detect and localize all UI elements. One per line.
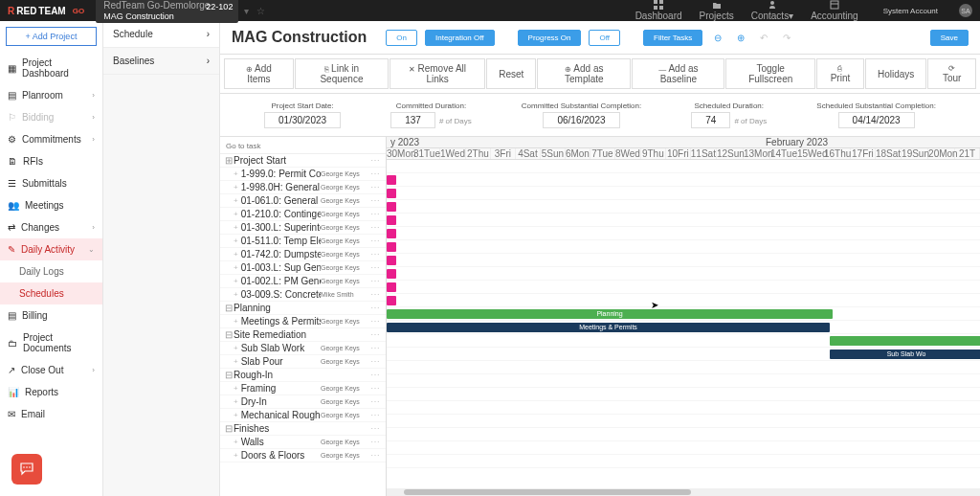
expand-icon[interactable]: ⊟ [224,423,234,434]
gantt-bar[interactable] [387,202,396,212]
more-icon[interactable]: ⋯ [368,410,382,420]
start-date-input[interactable]: 01/30/2023 [264,112,341,128]
add-icon[interactable]: + [234,451,238,460]
task-row[interactable]: ⊞Project Start⋯ [220,154,386,168]
more-icon[interactable]: ⋯ [368,182,382,192]
tb-reset[interactable]: Reset [486,58,536,89]
undo-icon[interactable]: ↶ [756,33,771,43]
more-icon[interactable]: ⋯ [368,329,382,340]
task-row[interactable]: +Meetings & PermitsGeorge Keys⋯ [220,315,386,328]
add-icon[interactable]: + [234,317,238,326]
add-icon[interactable]: + [234,183,238,192]
nav-accounting[interactable]: Accounting [811,0,858,21]
mid-schedule[interactable]: Schedule› [103,21,219,48]
gantt-bar[interactable] [387,296,396,305]
more-icon[interactable]: ⋯ [368,249,382,259]
sidebar-item[interactable]: ⇄Changes› [0,216,102,238]
on-button[interactable]: On [386,30,417,46]
tb-add-items[interactable]: ⊕ Add Items [224,58,294,89]
task-row[interactable]: +01-511.0: Temp ElectricalGeorge Keys⋯ [220,235,386,248]
mid-baselines[interactable]: Baselines› [103,48,219,75]
more-icon[interactable]: ⋯ [368,236,382,246]
add-icon[interactable]: + [234,411,238,419]
more-icon[interactable]: ⋯ [368,289,382,300]
add-icon[interactable]: + [234,210,238,218]
more-icon[interactable]: ⋯ [368,155,382,166]
expand-icon[interactable]: ⊟ [224,329,234,340]
sidebar-item[interactable]: 🗀Project Documents [0,327,102,359]
tb-tour[interactable]: ⟳ Tour [927,58,976,89]
integration-off-button[interactable]: Integration Off [425,30,495,46]
task-row[interactable]: +01-742.0: Dumpster RentalGeorge Keys⋯ [220,248,386,261]
sidebar-item[interactable]: Schedules [0,282,102,304]
expand-icon[interactable]: ⊟ [224,303,234,313]
sidebar-item[interactable]: ☰Submittals [0,172,102,194]
task-row[interactable]: +01-002.L: PM General CostGeorge Keys⋯ [220,275,386,288]
zoom-in-icon[interactable]: ⊕ [733,33,748,43]
task-row[interactable]: ⊟Site Remediation⋯ [220,328,386,342]
sidebar-item[interactable]: 📊Reports [0,381,102,403]
gantt-bar[interactable] [387,269,396,279]
task-row[interactable]: +01-003.L: Sup General CostGeorge Keys⋯ [220,261,386,275]
gantt-bar[interactable] [387,189,396,198]
task-row[interactable]: +FramingGeorge Keys⋯ [220,382,386,395]
add-icon[interactable]: + [234,344,238,352]
more-icon[interactable]: ⋯ [368,396,382,407]
more-icon[interactable]: ⋯ [368,169,382,179]
gantt-bar[interactable] [387,282,396,292]
progress-on-button[interactable]: Progress On [518,30,582,46]
more-icon[interactable]: ⋯ [368,195,382,206]
avatar[interactable]: SA [959,4,972,17]
more-icon[interactable]: ⋯ [368,383,382,394]
sidebar-item[interactable]: 👥Meetings [0,194,102,216]
nav-contacts[interactable]: Contacts▾ [751,0,793,21]
save-button[interactable]: Save [930,30,969,46]
task-row[interactable]: +Dry-InGeorge Keys⋯ [220,395,386,409]
star-icon[interactable]: ☆ [256,6,265,16]
sidebar-item[interactable]: Daily Logs [0,260,102,282]
task-row[interactable]: +WallsGeorge Keys⋯ [220,436,386,449]
gantt-bar[interactable] [387,256,396,265]
add-icon[interactable]: + [234,384,238,393]
off-button[interactable]: Off [589,30,620,46]
project-selector[interactable]: RedTeam Go-Demolorge MAG Construction 22… [96,0,238,23]
sidebar-item[interactable]: ✎Daily Activity⌄ [0,238,102,260]
more-icon[interactable]: ⋯ [368,356,382,367]
add-icon[interactable]: + [234,250,238,259]
gantt-bar[interactable] [387,229,396,238]
more-icon[interactable]: ⋯ [368,343,382,353]
task-row[interactable]: +Sub Slab WorkGeorge Keys⋯ [220,342,386,355]
expand-icon[interactable]: ⊞ [224,155,234,166]
system-account[interactable]: System Account [883,7,938,15]
sidebar-item[interactable]: ⚙Commitments› [0,128,102,150]
filter-tasks-button[interactable]: Filter Tasks [643,30,702,46]
task-row[interactable]: +1-999.0: Permit CostGeorge Keys⋯ [220,168,386,181]
add-project-button[interactable]: + Add Project [6,27,97,46]
tb-holidays[interactable]: Holidays [865,58,926,89]
committed-duration-input[interactable]: 137 [390,112,435,128]
dropdown-caret-icon[interactable]: ▾ [244,6,249,16]
more-icon[interactable]: ⋯ [368,450,382,461]
nav-projects[interactable]: Projects [700,0,734,21]
tb-fullscreen[interactable]: Toggle Fullscreen [725,58,815,89]
tb-remove[interactable]: ✕ Remove All Links [390,58,485,89]
sidebar-item[interactable]: ▤Planroom› [0,84,102,106]
nav-dashboard[interactable]: Dashboard [635,0,682,21]
sidebar-item[interactable]: ⚐Bidding› [0,106,102,128]
task-search-input[interactable] [226,142,380,150]
tb-link[interactable]: ⎘ Link in Sequence [295,58,389,89]
scroll-thumb[interactable] [404,489,691,495]
task-row[interactable]: ⊟Rough-In⋯ [220,369,386,382]
add-icon[interactable]: + [234,438,238,446]
more-icon[interactable]: ⋯ [368,437,382,447]
tb-print[interactable]: ⎙ Print [816,58,864,89]
redo-icon[interactable]: ↷ [779,33,794,43]
add-icon[interactable]: + [234,169,238,178]
expand-icon[interactable]: ⊟ [224,370,234,380]
task-row[interactable]: ⊟Planning⋯ [220,302,386,315]
zoom-out-icon[interactable]: ⊖ [710,33,725,43]
more-icon[interactable]: ⋯ [368,423,382,434]
tb-template[interactable]: ⊕ Add as Template [537,58,631,89]
task-row[interactable]: +1-998.0H: General CostsGeorge Keys⋯ [220,181,386,194]
more-icon[interactable]: ⋯ [368,209,382,219]
